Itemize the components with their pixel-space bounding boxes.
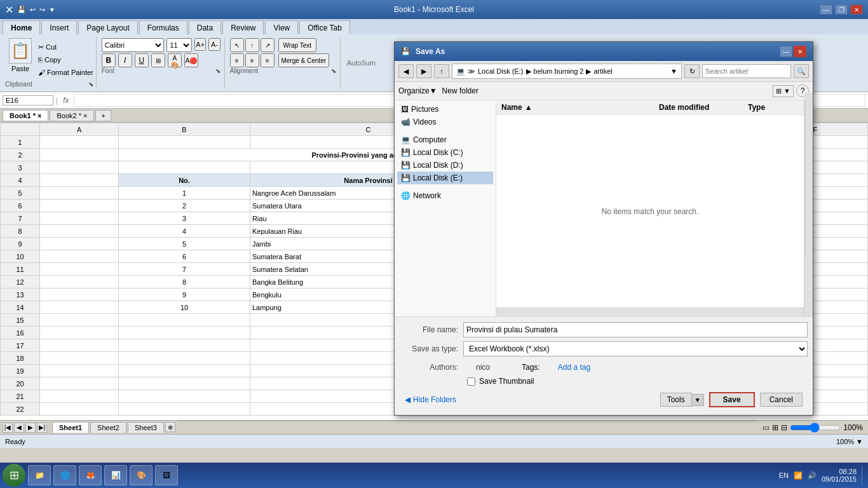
cell-a3[interactable] — [40, 161, 119, 174]
save-thumbnail-checkbox[interactable] — [467, 377, 475, 386]
font-color-button[interactable]: A🔴 — [184, 53, 198, 67]
tab-insert[interactable]: Insert — [41, 20, 77, 34]
dialog-refresh-button[interactable]: ↻ — [684, 64, 700, 78]
breadcrumb-arrow[interactable]: ▼ — [670, 67, 677, 75]
copy-button[interactable]: ⎘ Copy — [38, 56, 93, 64]
font-name-select[interactable]: Calibri — [102, 38, 165, 52]
tools-main-button[interactable]: Tools — [660, 393, 692, 407]
cell-a4[interactable] — [40, 174, 119, 187]
minimize-button[interactable]: — — [820, 4, 832, 15]
tools-arrow-button[interactable]: ▼ — [692, 394, 704, 406]
h-scrollbar[interactable] — [496, 308, 804, 316]
align-top-right-button[interactable]: ↗ — [261, 38, 275, 52]
tab-home[interactable]: Home — [3, 20, 40, 34]
sidebar-local-e[interactable]: 💾 Local Disk (E:) — [397, 172, 493, 184]
workbook-tab-book1[interactable]: Book1 * × — [3, 110, 48, 121]
cell-b1[interactable] — [119, 136, 250, 149]
date-column-header[interactable]: Date modified — [659, 103, 748, 112]
taskbar-ie[interactable]: 🌐 — [53, 465, 76, 485]
cell-a1[interactable] — [40, 136, 119, 149]
taskbar-explorer[interactable]: 📁 — [28, 465, 51, 485]
new-folder-button[interactable]: New folder — [442, 86, 478, 95]
sheet-nav-last[interactable]: ▶| — [37, 423, 47, 433]
start-button[interactable]: ⊞ — [3, 464, 25, 487]
sidebar-local-d[interactable]: 💾 Local Disk (D:) — [397, 159, 493, 172]
breadcrumb-disk[interactable]: Local Disk (E:) — [478, 67, 524, 75]
wrap-text-button[interactable]: Wrap Text — [278, 38, 316, 52]
align-top-left-button[interactable]: ↖ — [230, 38, 244, 52]
dialog-search-button[interactable]: 🔍 — [794, 64, 809, 78]
workbook-tab-book2[interactable]: Book2 * × — [50, 110, 94, 121]
tags-value[interactable]: Add a tag — [558, 363, 590, 372]
underline-button[interactable]: U — [135, 53, 149, 67]
sheet-nav-prev[interactable]: ◀ — [14, 423, 24, 433]
taskbar-paint[interactable]: 🎨 — [130, 465, 153, 485]
sheet-nav-next[interactable]: ▶ — [25, 423, 36, 433]
taskbar-show-desktop[interactable] — [862, 465, 865, 485]
save-button[interactable]: Save — [709, 392, 755, 407]
format-painter-button[interactable]: 🖌 Format Painter — [38, 69, 93, 76]
taskbar-excel[interactable]: 📊 — [104, 465, 127, 485]
cut-button[interactable]: ✂ Cut — [38, 43, 93, 51]
dialog-search-input[interactable] — [702, 64, 791, 78]
align-left-button[interactable]: ≡ — [230, 53, 244, 67]
paste-button[interactable]: 📋 Paste — [5, 38, 36, 81]
tab-review[interactable]: Review — [222, 20, 264, 34]
page-layout-view-btn[interactable]: ⊞ — [772, 423, 778, 432]
page-break-view-btn[interactable]: ⊟ — [781, 423, 787, 432]
type-column-header[interactable]: Type — [748, 103, 799, 112]
align-top-center-button[interactable]: ↑ — [245, 38, 259, 52]
sidebar-pictures[interactable]: 🖼 Pictures — [397, 103, 493, 116]
cell-a2[interactable] — [40, 149, 119, 161]
quick-access-redo[interactable]: ↪ — [39, 6, 45, 14]
dialog-back-button[interactable]: ◀ — [398, 64, 414, 78]
col-header-b[interactable]: B — [119, 123, 250, 136]
tab-formulas[interactable]: Formulas — [139, 20, 187, 34]
clipboard-expand-icon[interactable]: ⬊ — [88, 81, 93, 88]
fill-color-button[interactable]: A🎨 — [168, 53, 182, 67]
restore-button[interactable]: ❐ — [835, 4, 848, 15]
name-column-header[interactable]: Name ▲ — [501, 103, 659, 112]
col-header-a[interactable]: A — [40, 123, 119, 136]
increase-font-button[interactable]: A+ — [194, 38, 206, 51]
tab-data[interactable]: Data — [189, 20, 221, 34]
quick-access-undo[interactable]: ↩ — [30, 6, 36, 14]
hide-folders-button[interactable]: ◀ Hide Folders — [405, 395, 456, 404]
sheet-insert-btn[interactable]: ⊕ — [165, 422, 175, 432]
dialog-close-button[interactable]: ✕ — [794, 46, 806, 57]
sidebar-network[interactable]: 🌐 Network — [397, 189, 493, 202]
view-toggle-button[interactable]: ⊞ ▼ — [773, 85, 794, 97]
dialog-minimize-button[interactable]: — — [780, 46, 792, 57]
dialog-up-button[interactable]: ↑ — [434, 64, 449, 78]
tab-page-layout[interactable]: Page Layout — [78, 20, 137, 34]
workbook-tab-new[interactable]: + — [95, 110, 111, 121]
breadcrumb-folder2[interactable]: artikel — [593, 67, 612, 75]
cancel-button[interactable]: Cancel — [760, 393, 803, 407]
sidebar-local-c[interactable]: 💾 Local Disk (C:) — [397, 146, 493, 159]
align-center-button[interactable]: ≡ — [245, 53, 259, 67]
font-expand-icon[interactable]: ⬊ — [215, 67, 220, 74]
quick-access-arrow[interactable]: ▼ — [49, 6, 55, 13]
quick-access-save[interactable]: 💾 — [17, 6, 26, 14]
sidebar-computer[interactable]: 💻 Computer — [397, 133, 493, 146]
merge-center-button[interactable]: Merge & Center — [278, 53, 329, 67]
taskbar-photos[interactable]: 🖼 — [155, 465, 178, 485]
filename-input[interactable] — [463, 322, 808, 337]
header-no[interactable]: No. — [119, 174, 250, 187]
cell-b3[interactable] — [119, 161, 250, 174]
sheet-nav-first[interactable]: |◀ — [3, 423, 13, 433]
font-size-select[interactable]: 11 — [166, 38, 192, 52]
taskbar-clock[interactable]: 08:28 09/01/2015 — [822, 468, 857, 483]
organize-menu[interactable]: Organize ▼ — [398, 86, 437, 95]
tab-office[interactable]: Office Tab — [299, 20, 350, 34]
align-right-button[interactable]: ≡ — [261, 53, 275, 67]
sheet-tab-3[interactable]: Sheet3 — [128, 422, 164, 433]
dialog-forward-button[interactable]: ▶ — [416, 64, 431, 78]
sidebar-videos[interactable]: 📹 Videos — [397, 116, 493, 128]
breadcrumb-folder1[interactable]: belum burning 2 — [534, 67, 584, 75]
italic-button[interactable]: I — [118, 53, 132, 67]
decrease-font-button[interactable]: A- — [208, 38, 220, 51]
bold-button[interactable]: B — [102, 53, 116, 67]
sheet-tab-1[interactable]: Sheet1 — [52, 422, 89, 433]
close-button[interactable]: ✕ — [850, 4, 863, 15]
